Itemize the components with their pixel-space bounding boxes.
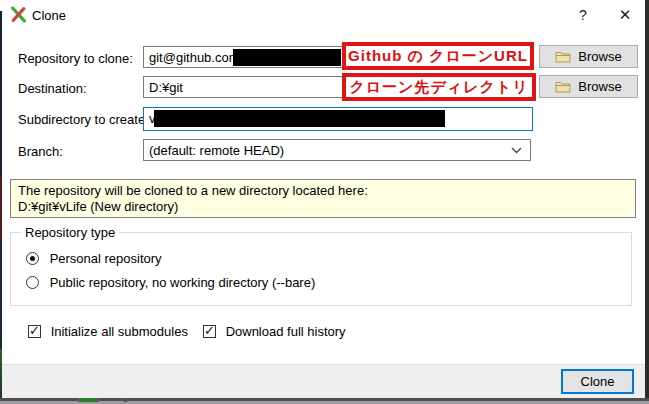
taskbar-fragment-brown <box>124 398 127 402</box>
repository-value: git@github.com: <box>149 50 243 65</box>
checkbox-checked-icon[interactable]: ✓ <box>203 325 216 338</box>
check-icon: ✓ <box>204 323 215 338</box>
download-history-label: Download full history <box>226 324 346 339</box>
window-title: Clone <box>32 8 66 23</box>
annotation-dest-dir-text: クローン先ディレクトリ <box>349 78 528 97</box>
repository-label: Repository to clone: <box>18 51 133 66</box>
radio-personal-repository[interactable]: Personal repository <box>26 251 162 265</box>
subdirectory-redaction-bar <box>154 110 445 127</box>
radio-public-repository[interactable]: Public repository, no working directory … <box>26 275 315 289</box>
branch-value: (default: remote HEAD) <box>149 143 284 158</box>
repository-redaction-bar <box>233 49 341 66</box>
annotation-dest-dir: クローン先ディレクトリ <box>342 73 536 101</box>
help-icon[interactable]: ? <box>566 0 600 30</box>
repository-type-group-label: Repository type <box>21 225 119 240</box>
folder-icon <box>555 50 571 63</box>
checkbox-initialize-submodules[interactable]: ✓ Initialize all submodules <box>28 324 188 338</box>
branch-label: Branch: <box>18 144 63 159</box>
radio-public-label: Public repository, no working directory … <box>50 275 316 290</box>
destination-value: D:¥git <box>149 80 183 95</box>
repository-type-group <box>10 232 632 306</box>
annotation-repo-url: Github の クローンURL <box>342 42 534 70</box>
folder-icon <box>555 80 571 93</box>
checkbox-checked-icon[interactable]: ✓ <box>28 325 41 338</box>
info-line-2: D:¥git¥vLife (New directory) <box>18 199 628 215</box>
initialize-submodules-label: Initialize all submodules <box>51 324 188 339</box>
subdirectory-label: Subdirectory to create: <box>18 112 149 127</box>
title-bar: Clone ? ✕ <box>0 0 649 30</box>
dialog-footer <box>0 364 649 398</box>
destination-label: Destination: <box>18 81 87 96</box>
browse-repository-label: Browse <box>578 49 621 64</box>
radio-personal-label: Personal repository <box>50 251 162 266</box>
chevron-down-icon <box>511 147 522 154</box>
info-line-1: The repository will be cloned to a new d… <box>18 183 628 199</box>
browse-repository-button[interactable]: Browse <box>539 45 638 68</box>
taskbar-fragment-green <box>78 398 99 402</box>
clone-info-box: The repository will be cloned to a new d… <box>10 179 636 218</box>
git-extensions-app-icon <box>10 6 27 23</box>
branch-dropdown[interactable]: (default: remote HEAD) <box>143 139 531 161</box>
clone-dialog: Clone ? ✕ Repository to clone: git@githu… <box>0 0 649 404</box>
check-icon: ✓ <box>29 323 40 338</box>
clone-button[interactable]: Clone <box>561 369 634 394</box>
annotation-repo-url-text: Github の クローンURL <box>348 47 528 66</box>
browse-destination-button[interactable]: Browse <box>539 75 638 98</box>
browse-destination-label: Browse <box>578 79 621 94</box>
radio-unselected-icon[interactable] <box>26 276 39 289</box>
checkbox-download-full-history[interactable]: ✓ Download full history <box>203 324 346 338</box>
close-icon[interactable]: ✕ <box>608 0 642 30</box>
radio-selected-icon[interactable] <box>26 252 39 265</box>
desktop-edge-right <box>645 0 649 404</box>
desktop-edge-left <box>0 11 2 404</box>
